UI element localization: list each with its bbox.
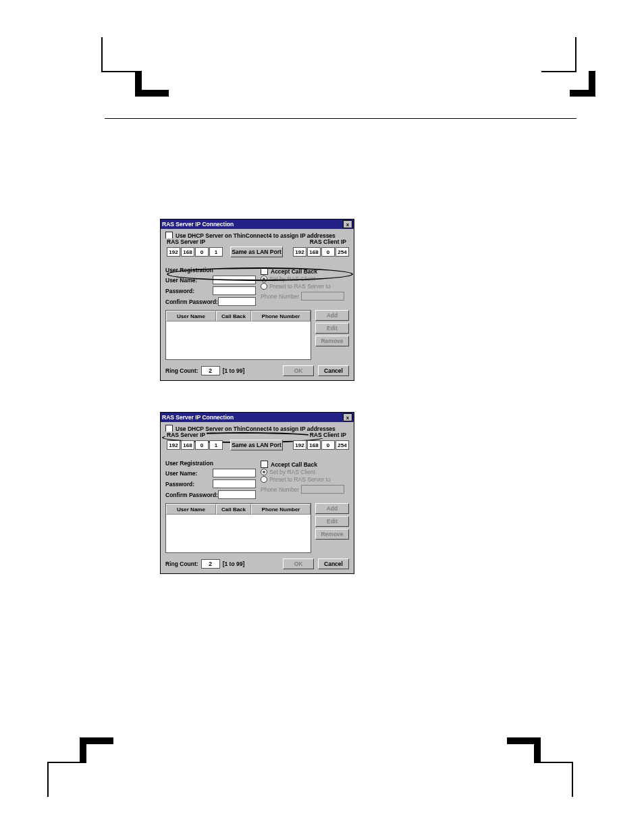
user-table[interactable]: User Name Call Back Phone Number [165,310,311,360]
th-phone[interactable]: Phone Number [251,504,311,515]
cancel-button[interactable]: Cancel [318,365,349,376]
ip-octet[interactable]: 168 [307,247,321,257]
dialog-body: Use DHCP Server on ThinConnect4 to assig… [161,229,354,380]
ok-button[interactable]: OK [283,558,314,569]
user-table-area: User Name Call Back Phone Number Add Edi… [165,503,349,553]
edit-button[interactable]: Edit [315,516,349,527]
set-by-client-radio[interactable] [261,469,267,475]
ip-group: RAS Server IP RAS Client IP 192 168 0 1 … [165,434,349,454]
ip-octet[interactable]: 192 [167,247,180,257]
ip-octet[interactable]: 168 [181,440,194,450]
client-ip-label: RAS Client IP [308,432,348,438]
username-input[interactable] [213,276,256,284]
ip-octet[interactable]: 0 [321,440,335,450]
dialog-title: RAS Server IP Connection [162,221,343,228]
add-button[interactable]: Add [315,310,349,321]
client-ip-inputs: 192 168 0 254 [293,440,349,450]
ring-count-label: Ring Count: [165,561,198,567]
confirm-password-input[interactable] [218,490,256,499]
accept-callback-checkbox[interactable] [261,267,268,275]
client-ip-inputs: 192 168 0 254 [293,247,349,257]
server-ip-label: RAS Server IP [165,432,207,438]
accept-callback-label: Accept Call Back [271,461,317,468]
add-button[interactable]: Add [315,503,349,514]
user-reg-heading: User Registration [165,267,257,273]
crop-mark [101,37,136,72]
ip-octet[interactable]: 168 [181,247,194,257]
ip-octet[interactable]: 0 [195,247,209,257]
phone-number-input [301,292,344,301]
th-callback[interactable]: Call Back [216,504,251,515]
ip-octet[interactable]: 192 [293,440,306,450]
server-ip-inputs: 192 168 0 1 [167,247,223,257]
edit-button[interactable]: Edit [315,323,349,334]
user-registration-section: User Registration User Name: Password: C… [165,460,349,499]
ring-count-input[interactable]: 2 [201,366,220,375]
ip-octet[interactable]: 168 [307,440,321,450]
dialog-title: RAS Server IP Connection [162,414,343,421]
ip-group: RAS Server IP RAS Client IP 192 168 0 1 … [165,241,349,261]
ok-button[interactable]: OK [283,365,314,376]
username-label: User Name: [165,470,213,477]
confirm-password-label: Confirm Password: [165,298,218,305]
set-by-client-label: Set by RAS Client [269,469,315,475]
client-ip-label: RAS Client IP [308,238,348,245]
preset-server-label: Preset to RAS Server to [269,476,331,483]
th-phone[interactable]: Phone Number [251,311,311,321]
ras-server-dialog: RAS Server IP Connection x Use DHCP Serv… [160,219,354,381]
password-input[interactable] [213,479,256,488]
confirm-password-input[interactable] [218,297,256,306]
password-label: Password: [165,288,213,294]
ip-octet[interactable]: 254 [336,247,349,257]
ip-octet[interactable]: 254 [336,440,349,450]
th-username[interactable]: User Name [166,311,216,321]
ip-octet[interactable]: 1 [209,440,223,450]
th-username[interactable]: User Name [166,504,216,515]
dhcp-label: Use DHCP Server on ThinConnect4 to assig… [176,232,336,239]
password-input[interactable] [213,286,256,295]
remove-button[interactable]: Remove [315,336,349,346]
ip-octet[interactable]: 0 [321,247,335,257]
accept-callback-label: Accept Call Back [271,268,317,275]
phone-number-label: Phone Number [261,486,299,493]
crop-mark [135,71,169,97]
cancel-button[interactable]: Cancel [318,558,349,569]
dialog-titlebar[interactable]: RAS Server IP Connection x [161,413,354,422]
same-as-lan-button[interactable]: Same as LAN Port [230,246,283,257]
dialog-footer: Ring Count: 2 [1 to 99] OK Cancel [165,558,349,569]
remove-button[interactable]: Remove [315,529,349,540]
dialog-body: Use DHCP Server on ThinConnect4 to assig… [161,422,354,573]
set-by-client-label: Set by RAS Client [269,276,315,282]
close-icon[interactable]: x [343,220,352,228]
username-input[interactable] [213,469,256,477]
ring-count-input[interactable]: 2 [201,559,220,569]
password-label: Password: [165,481,213,488]
server-ip-label: RAS Server IP [165,238,207,245]
ras-server-dialog: RAS Server IP Connection x Use DHCP Serv… [160,412,354,574]
th-callback[interactable]: Call Back [216,311,251,321]
user-reg-heading: User Registration [165,460,257,467]
set-by-client-radio[interactable] [261,276,267,282]
crop-mark [541,37,576,72]
ip-octet[interactable]: 0 [195,440,209,450]
crop-mark [570,71,595,97]
dialog-footer: Ring Count: 2 [1 to 99] OK Cancel [165,365,349,376]
username-label: User Name: [165,277,213,284]
preset-server-label: Preset to RAS Server to [269,283,331,290]
accept-callback-checkbox[interactable] [261,461,268,468]
phone-number-input [301,485,344,494]
ip-octet[interactable]: 192 [167,440,180,450]
preset-server-radio[interactable] [261,283,267,290]
close-icon[interactable]: x [343,413,352,421]
user-table[interactable]: User Name Call Back Phone Number [165,503,311,553]
crop-mark [507,737,541,763]
server-ip-inputs: 192 168 0 1 [167,440,223,450]
dialog-titlebar[interactable]: RAS Server IP Connection x [161,219,354,229]
ip-octet[interactable]: 1 [209,247,223,257]
crop-mark [538,762,573,797]
same-as-lan-button[interactable]: Same as LAN Port [230,440,283,450]
crop-mark [80,737,113,763]
ip-octet[interactable]: 192 [293,247,306,257]
ring-range-label: [1 to 99] [223,367,245,374]
preset-server-radio[interactable] [261,476,267,483]
